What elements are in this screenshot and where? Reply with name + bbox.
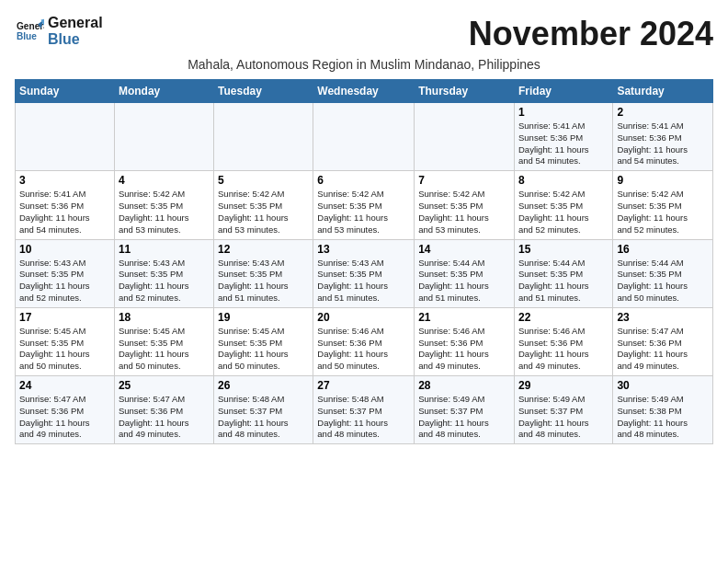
day-number: 18: [119, 311, 210, 324]
day-number: 12: [218, 243, 309, 256]
calendar-day-cell: 19Sunrise: 5:45 AM Sunset: 5:35 PM Dayli…: [214, 307, 313, 375]
calendar-week-row: 3Sunrise: 5:41 AM Sunset: 5:36 PM Daylig…: [16, 171, 713, 239]
day-number: 8: [518, 174, 609, 187]
header-day: Sunday: [16, 80, 115, 103]
calendar-day-cell: 29Sunrise: 5:49 AM Sunset: 5:37 PM Dayli…: [514, 376, 612, 444]
day-number: 5: [218, 174, 309, 187]
day-number: 27: [317, 379, 410, 392]
calendar-day-cell: 25Sunrise: 5:47 AM Sunset: 5:36 PM Dayli…: [114, 376, 213, 444]
day-number: 25: [119, 379, 210, 392]
calendar-day-cell: 30Sunrise: 5:49 AM Sunset: 5:38 PM Dayli…: [613, 376, 713, 444]
day-info: Sunrise: 5:48 AM Sunset: 5:37 PM Dayligh…: [317, 394, 410, 441]
day-number: 14: [418, 243, 510, 256]
day-info: Sunrise: 5:42 AM Sunset: 5:35 PM Dayligh…: [617, 189, 709, 236]
logo-line2: Blue: [48, 31, 103, 48]
day-info: Sunrise: 5:45 AM Sunset: 5:35 PM Dayligh…: [19, 326, 110, 373]
day-number: 13: [317, 243, 410, 256]
day-number: 3: [19, 174, 110, 187]
header-day: Friday: [514, 80, 612, 103]
day-number: 23: [617, 311, 709, 324]
day-info: Sunrise: 5:47 AM Sunset: 5:36 PM Dayligh…: [19, 394, 110, 441]
day-number: 24: [19, 379, 110, 392]
calendar-day-cell: 14Sunrise: 5:44 AM Sunset: 5:35 PM Dayli…: [415, 239, 515, 307]
day-info: Sunrise: 5:42 AM Sunset: 5:35 PM Dayligh…: [317, 189, 410, 236]
calendar-day-cell: [16, 103, 115, 171]
calendar-day-cell: 23Sunrise: 5:47 AM Sunset: 5:36 PM Dayli…: [613, 307, 713, 375]
month-title: November 2024: [469, 15, 713, 53]
day-info: Sunrise: 5:46 AM Sunset: 5:36 PM Dayligh…: [518, 326, 609, 373]
calendar-day-cell: 7Sunrise: 5:42 AM Sunset: 5:35 PM Daylig…: [415, 171, 515, 239]
calendar-day-cell: 21Sunrise: 5:46 AM Sunset: 5:36 PM Dayli…: [415, 307, 515, 375]
header-row: SundayMondayTuesdayWednesdayThursdayFrid…: [16, 80, 713, 103]
day-info: Sunrise: 5:42 AM Sunset: 5:35 PM Dayligh…: [518, 189, 609, 236]
day-number: 7: [418, 174, 510, 187]
day-info: Sunrise: 5:47 AM Sunset: 5:36 PM Dayligh…: [119, 394, 210, 441]
logo: General Blue General Blue: [15, 15, 103, 47]
calendar-day-cell: 6Sunrise: 5:42 AM Sunset: 5:35 PM Daylig…: [313, 171, 415, 239]
day-number: 29: [518, 379, 609, 392]
calendar-day-cell: [114, 103, 213, 171]
calendar-week-row: 24Sunrise: 5:47 AM Sunset: 5:36 PM Dayli…: [16, 376, 713, 444]
day-info: Sunrise: 5:49 AM Sunset: 5:37 PM Dayligh…: [518, 394, 609, 441]
calendar-day-cell: 15Sunrise: 5:44 AM Sunset: 5:35 PM Dayli…: [514, 239, 612, 307]
calendar-day-cell: 9Sunrise: 5:42 AM Sunset: 5:35 PM Daylig…: [613, 171, 713, 239]
header-day: Monday: [114, 80, 213, 103]
calendar-header: SundayMondayTuesdayWednesdayThursdayFrid…: [16, 80, 713, 103]
calendar-day-cell: [214, 103, 313, 171]
svg-text:Blue: Blue: [17, 31, 37, 41]
calendar-day-cell: 11Sunrise: 5:43 AM Sunset: 5:35 PM Dayli…: [114, 239, 213, 307]
day-number: 11: [119, 243, 210, 256]
day-number: 26: [218, 379, 309, 392]
calendar-day-cell: 16Sunrise: 5:44 AM Sunset: 5:35 PM Dayli…: [613, 239, 713, 307]
day-number: 10: [19, 243, 110, 256]
calendar-day-cell: 1Sunrise: 5:41 AM Sunset: 5:36 PM Daylig…: [514, 103, 612, 171]
day-info: Sunrise: 5:49 AM Sunset: 5:37 PM Dayligh…: [418, 394, 510, 441]
calendar-day-cell: 20Sunrise: 5:46 AM Sunset: 5:36 PM Dayli…: [313, 307, 415, 375]
calendar-body: 1Sunrise: 5:41 AM Sunset: 5:36 PM Daylig…: [16, 103, 713, 444]
logo-line1: General: [48, 15, 103, 31]
day-info: Sunrise: 5:46 AM Sunset: 5:36 PM Dayligh…: [418, 326, 510, 373]
calendar-day-cell: [415, 103, 515, 171]
day-info: Sunrise: 5:43 AM Sunset: 5:35 PM Dayligh…: [119, 258, 210, 304]
calendar-subtitle: Mahala, Autonomous Region in Muslim Mind…: [15, 57, 713, 72]
calendar-week-row: 1Sunrise: 5:41 AM Sunset: 5:36 PM Daylig…: [16, 103, 713, 171]
calendar-day-cell: 27Sunrise: 5:48 AM Sunset: 5:37 PM Dayli…: [313, 376, 415, 444]
day-number: 20: [317, 311, 410, 324]
day-number: 22: [518, 311, 609, 324]
calendar-day-cell: 17Sunrise: 5:45 AM Sunset: 5:35 PM Dayli…: [16, 307, 115, 375]
day-info: Sunrise: 5:42 AM Sunset: 5:35 PM Dayligh…: [418, 189, 510, 236]
day-info: Sunrise: 5:41 AM Sunset: 5:36 PM Dayligh…: [518, 121, 609, 167]
day-number: 16: [617, 243, 709, 256]
day-number: 21: [418, 311, 510, 324]
header-day: Wednesday: [313, 80, 415, 103]
day-info: Sunrise: 5:43 AM Sunset: 5:35 PM Dayligh…: [218, 258, 309, 304]
day-info: Sunrise: 5:45 AM Sunset: 5:35 PM Dayligh…: [218, 326, 309, 373]
calendar-day-cell: 26Sunrise: 5:48 AM Sunset: 5:37 PM Dayli…: [214, 376, 313, 444]
day-info: Sunrise: 5:48 AM Sunset: 5:37 PM Dayligh…: [218, 394, 309, 441]
day-info: Sunrise: 5:42 AM Sunset: 5:35 PM Dayligh…: [218, 189, 309, 236]
calendar-week-row: 17Sunrise: 5:45 AM Sunset: 5:35 PM Dayli…: [16, 307, 713, 375]
calendar-day-cell: 5Sunrise: 5:42 AM Sunset: 5:35 PM Daylig…: [214, 171, 313, 239]
day-number: 15: [518, 243, 609, 256]
calendar-day-cell: 2Sunrise: 5:41 AM Sunset: 5:36 PM Daylig…: [613, 103, 713, 171]
day-info: Sunrise: 5:41 AM Sunset: 5:36 PM Dayligh…: [19, 189, 110, 236]
calendar-day-cell: 8Sunrise: 5:42 AM Sunset: 5:35 PM Daylig…: [514, 171, 612, 239]
logo-icon: General Blue: [15, 18, 44, 44]
day-number: 19: [218, 311, 309, 324]
header-day: Saturday: [613, 80, 713, 103]
day-info: Sunrise: 5:47 AM Sunset: 5:36 PM Dayligh…: [617, 326, 709, 373]
header: General Blue General Blue November 2024: [15, 15, 713, 53]
day-number: 4: [119, 174, 210, 187]
calendar-day-cell: 4Sunrise: 5:42 AM Sunset: 5:35 PM Daylig…: [114, 171, 213, 239]
day-number: 9: [617, 174, 709, 187]
day-number: 30: [617, 379, 709, 392]
day-info: Sunrise: 5:43 AM Sunset: 5:35 PM Dayligh…: [19, 258, 110, 304]
header-day: Tuesday: [214, 80, 313, 103]
day-number: 17: [19, 311, 110, 324]
calendar-day-cell: [313, 103, 415, 171]
day-info: Sunrise: 5:42 AM Sunset: 5:35 PM Dayligh…: [119, 189, 210, 236]
day-number: 28: [418, 379, 510, 392]
calendar-table: SundayMondayTuesdayWednesdayThursdayFrid…: [15, 79, 713, 444]
day-info: Sunrise: 5:49 AM Sunset: 5:38 PM Dayligh…: [617, 394, 709, 441]
day-info: Sunrise: 5:41 AM Sunset: 5:36 PM Dayligh…: [617, 121, 709, 167]
